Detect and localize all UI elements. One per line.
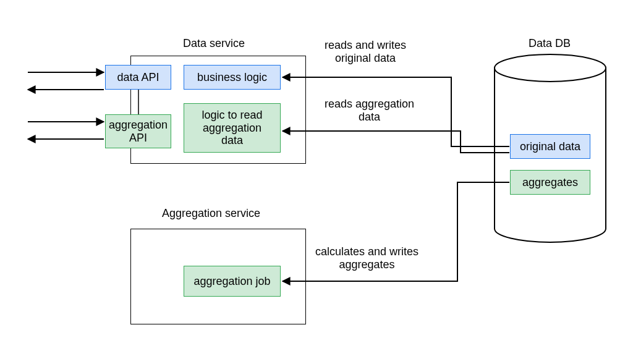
chip-data-api: data API	[105, 65, 171, 90]
svg-point-0	[495, 54, 606, 82]
chip-logic-read-agg: logic to read aggregation data	[184, 103, 281, 153]
chip-aggregation-job: aggregation job	[184, 266, 281, 297]
chip-label: business logic	[197, 71, 267, 84]
chip-aggregates: aggregates	[510, 170, 590, 195]
title-aggregation-service: Aggregation service	[162, 207, 260, 220]
edge-label-rw-original: reads and writes original data	[325, 39, 406, 65]
chip-label: data API	[117, 71, 159, 84]
title-data-db: Data DB	[529, 37, 571, 50]
chip-business-logic: business logic	[184, 65, 281, 90]
diagram-canvas: Data service Aggregation service Data DB…	[0, 0, 633, 364]
chip-label: logic to read aggregation data	[202, 109, 262, 147]
chip-label: aggregation API	[109, 119, 168, 144]
edge-label-calc-writes: calculates and writes aggregates	[315, 245, 418, 271]
chip-label: aggregates	[522, 176, 578, 189]
chip-aggregation-api: aggregation API	[105, 114, 171, 148]
edge-label-reads-agg: reads aggregation data	[325, 98, 414, 124]
chip-original-data: original data	[510, 134, 590, 159]
chip-label: original data	[520, 140, 580, 153]
title-data-service: Data service	[183, 37, 245, 50]
chip-label: aggregation job	[193, 275, 270, 288]
